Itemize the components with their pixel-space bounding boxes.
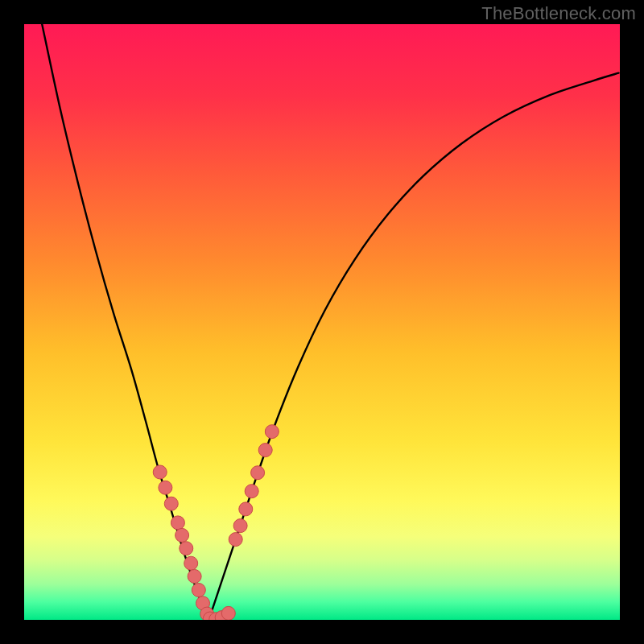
marker-left-cluster <box>188 569 201 583</box>
plot-area <box>24 24 620 620</box>
data-markers <box>153 425 279 620</box>
marker-bottom-cluster <box>221 606 235 620</box>
chart-svg <box>24 24 620 620</box>
marker-right-cluster <box>233 519 247 533</box>
marker-right-cluster <box>245 485 258 498</box>
marker-left-cluster <box>159 481 172 494</box>
outer-frame: TheBottleneck.com <box>0 0 644 644</box>
marker-right-cluster <box>265 425 279 439</box>
marker-left-cluster <box>171 516 184 530</box>
marker-right-cluster <box>239 502 253 516</box>
marker-left-cluster <box>175 528 189 542</box>
marker-right-cluster <box>229 533 242 547</box>
marker-left-cluster <box>153 465 167 479</box>
watermark-text: TheBottleneck.com <box>481 3 636 24</box>
curve-right-branch <box>208 73 618 620</box>
marker-right-cluster <box>258 444 272 457</box>
marker-left-cluster <box>180 542 193 555</box>
marker-left-cluster <box>192 584 205 597</box>
marker-left-cluster <box>184 556 198 570</box>
marker-right-cluster <box>251 466 265 480</box>
marker-left-cluster <box>164 497 178 510</box>
